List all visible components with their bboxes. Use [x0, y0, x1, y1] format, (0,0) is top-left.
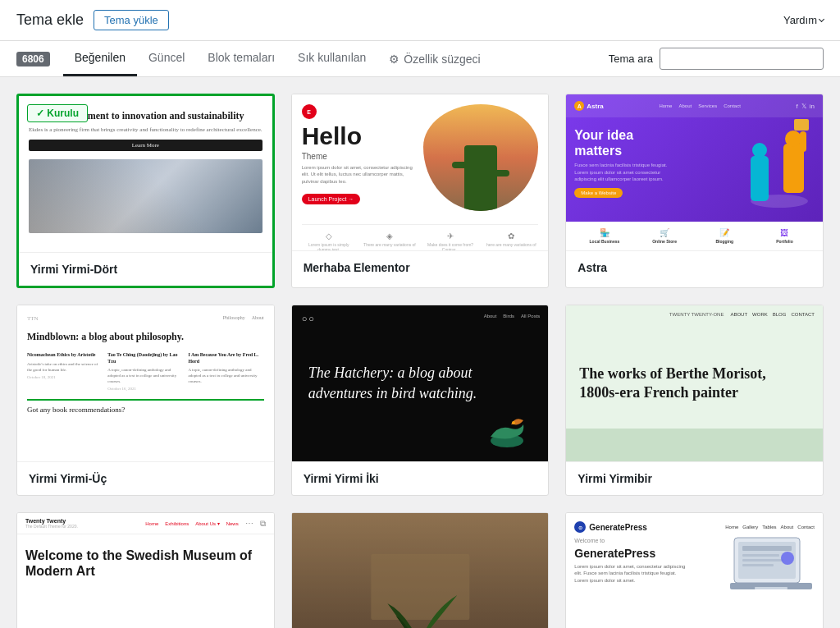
cactus-image: [423, 104, 538, 211]
svg-rect-10: [292, 513, 549, 628]
svg-rect-20: [755, 587, 788, 589]
theme-preview: ✓ Kurulu A commitment to innovation and …: [19, 96, 272, 252]
help-button[interactable]: Yardım: [783, 14, 824, 26]
learn-more-btn: Learn More: [29, 140, 262, 151]
theme-preview: ⊙ GeneratePress Home Gallery Tables Abou…: [566, 513, 823, 628]
bird-illustration: [482, 408, 532, 449]
post-item: Nicomachean Ethics by Aristotle Aristotl…: [27, 352, 103, 392]
theme-card-merhaba-elementor[interactable]: E Hello Theme Lorem ipsum dolor sit amet…: [291, 94, 550, 288]
tab-sik-kullanilan[interactable]: Sık kullanılan: [286, 41, 377, 76]
bottom-strip: [566, 429, 823, 461]
svg-rect-16: [742, 559, 783, 562]
svg-rect-17: [742, 564, 774, 566]
theme-preview: ○○ About Birds All Posts The Hatchery: a…: [292, 305, 549, 461]
svg-rect-11: [371, 554, 469, 620]
installed-badge: ✓ Kurulu: [27, 104, 88, 122]
theme-preview: Twenty Twenty The Default Theme for 2020…: [17, 513, 274, 628]
theme-name: Yirmi Yirmi İki: [304, 472, 379, 485]
tab-blok-temalari[interactable]: Blok temaları: [196, 41, 286, 76]
gp-logo-icon: ⊙: [574, 521, 586, 533]
theme-preview: E Hello Theme Lorem ipsum dolor sit amet…: [292, 94, 549, 250]
theme-card-yirmi-yirmi-dort[interactable]: ✓ Kurulu A commitment to innovation and …: [16, 94, 275, 288]
theme-info: Yirmi Yirmibir: [566, 461, 823, 495]
search-input[interactable]: [660, 48, 824, 70]
theme-card-yirmi-yirmi-iki[interactable]: ○○ About Birds All Posts The Hatchery: a…: [291, 305, 550, 496]
theme-preview: TWENTY TWENTY-ONE ABOUT WORK BLOG CONTAC…: [566, 305, 823, 461]
theme-card-generatepress[interactable]: ⊙ GeneratePress Home Gallery Tables Abou…: [565, 512, 824, 628]
tab-begenilen[interactable]: Beğenilen: [63, 41, 137, 76]
tab-guncel[interactable]: Güncel: [137, 41, 196, 76]
search-area: Tema ara: [609, 48, 824, 70]
theme-name: Yirmi Yirmi-Dört: [30, 263, 117, 276]
search-label: Tema ara: [609, 53, 653, 65]
svg-rect-3: [800, 131, 806, 152]
theme-card-yirmi-yirmibir[interactable]: TWENTY TWENTY-ONE ABOUT WORK BLOG CONTAC…: [565, 305, 824, 496]
post-item: I Am Because You Are by Fred L. Hord A t…: [188, 352, 263, 392]
elementor-badge: E: [302, 104, 317, 119]
theme-card-yirmi-yirmi-uc[interactable]: TTN Philosophy About Mindblown: a blog a…: [16, 305, 275, 496]
astra-logo: Astra: [574, 101, 603, 111]
theme-card-photo[interactable]: [291, 512, 550, 628]
theme-info: Yirmi Yirmi-Dört: [19, 252, 272, 286]
preview-image: [29, 159, 262, 233]
photo-preview: [292, 513, 549, 628]
theme-name: Merhaba Elementor: [304, 261, 410, 274]
theme-grid: ✓ Kurulu A commitment to innovation and …: [0, 77, 840, 628]
theme-preview: [292, 513, 549, 628]
theme-name: Yirmi Yirmi-Üç: [29, 472, 107, 485]
svg-point-5: [752, 143, 767, 158]
post-item: Tao Te Ching (Daodejing) by Lao Tzu A to…: [107, 352, 183, 392]
filter-button[interactable]: ⚙ Özellik süzgeci: [377, 41, 491, 76]
svg-rect-15: [742, 554, 779, 557]
theme-info: Yirmi Yirmi İki: [292, 461, 549, 495]
svg-rect-4: [751, 156, 769, 201]
theme-preview: Astra Home About Services Contact f 𝕏 in…: [566, 94, 823, 250]
theme-info: Merhaba Elementor: [292, 250, 549, 284]
header: Tema ekle Tema yükle Yardım: [0, 0, 840, 41]
header-left: Tema ekle Tema yükle: [16, 10, 169, 30]
nav-bar: 6806 Beğenilen Güncel Blok temaları Sık …: [0, 41, 840, 77]
laptop-illustration: [726, 529, 816, 603]
add-theme-button[interactable]: Tema yükle: [94, 10, 169, 30]
nav-tabs: Beğenilen Güncel Blok temaları Sık kulla…: [63, 41, 492, 76]
theme-name: Yirmi Yirmibir: [578, 472, 652, 485]
astra-illustration: [738, 119, 816, 218]
theme-card-astra[interactable]: Astra Home About Services Contact f 𝕏 in…: [565, 94, 824, 288]
gear-icon: ⚙: [389, 53, 399, 66]
launch-btn: Launch Project →: [302, 194, 361, 204]
svg-rect-6: [794, 119, 809, 131]
theme-info: Yirmi Yirmi-Üç: [17, 461, 274, 495]
theme-info: Astra: [566, 250, 823, 284]
svg-point-8: [512, 421, 515, 424]
theme-name: Astra: [578, 261, 607, 274]
theme-preview: TTN Philosophy About Mindblown: a blog a…: [17, 305, 274, 461]
yirmi-iki-logo: ○○: [302, 314, 316, 323]
svg-point-2: [785, 131, 801, 147]
page-title: Tema ekle: [16, 11, 84, 29]
svg-rect-14: [742, 546, 792, 551]
chevron-down-icon: [819, 16, 824, 22]
svg-point-18: [781, 552, 794, 565]
svg-rect-9: [292, 513, 549, 628]
theme-card-twenty-twenty[interactable]: Twenty Twenty The Default Theme for 2020…: [16, 512, 275, 628]
theme-count-badge: 6806: [16, 52, 50, 66]
svg-rect-1: [783, 144, 804, 193]
cta-button: Make a Website: [574, 188, 623, 198]
